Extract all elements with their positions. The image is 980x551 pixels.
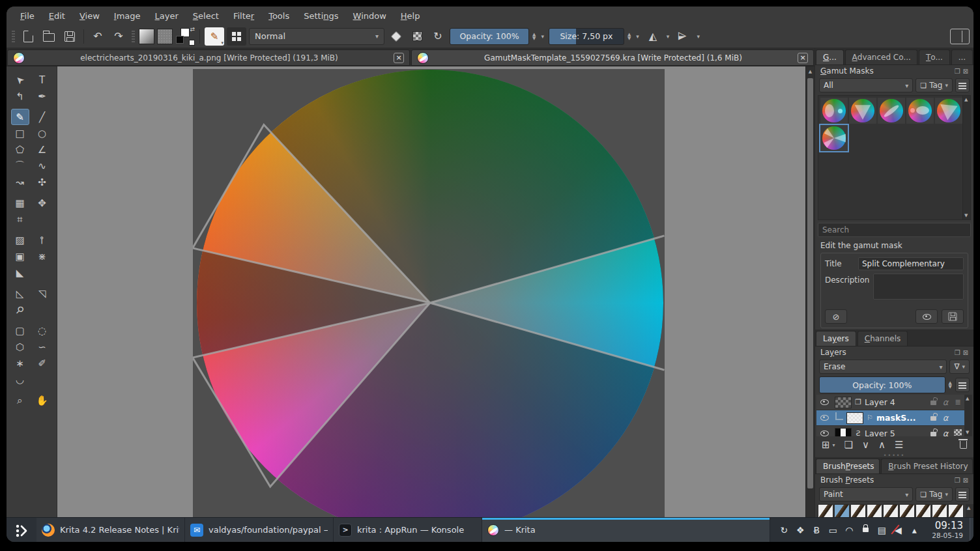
dock-tab-overflow[interactable]: ... [951,49,973,64]
tool-crop[interactable]: ⌗ [11,211,29,227]
menu-image[interactable]: Image [108,8,147,23]
close-docker-icon[interactable]: ⊠ [963,349,968,356]
brush-preset-1[interactable] [818,504,833,517]
search-input[interactable] [818,223,971,237]
brush-preset-6[interactable] [899,504,915,517]
layer-lock-toggle[interactable] [928,397,938,407]
canvas[interactable] [193,69,665,517]
tool-rectangle[interactable]: □ [11,125,29,141]
dock-tab-tool-options[interactable]: To... [919,49,950,64]
redo-button[interactable]: ↷ [109,27,128,46]
mask-title-input[interactable] [858,257,964,270]
inherit-alpha-toggle[interactable] [953,429,963,436]
toolbar-grip[interactable] [132,29,135,44]
reset-colors-swatch[interactable] [189,40,195,46]
mask-description-input[interactable] [873,274,964,300]
tool-smart-patch[interactable]: ▣ [11,248,29,264]
menu-settings[interactable]: Settings [298,8,344,23]
pattern-chooser[interactable] [157,29,173,44]
brush-display-mode-button[interactable] [955,487,970,502]
update-icon[interactable]: ↻ [779,525,788,535]
float-docker-icon[interactable]: ❐ [955,477,960,484]
preview-mask-button[interactable] [915,309,938,324]
tool-transform-select[interactable]: ➤ [11,72,29,88]
open-document-button[interactable] [40,27,58,46]
gamut-tag-button[interactable]: ❏ Tag [915,78,953,92]
swap-colors-icon[interactable]: ⇄ [190,26,195,33]
cancel-edit-button[interactable]: ⊘ [825,309,847,324]
tool-gradient[interactable]: ▨ [11,232,29,248]
app-launcher-button[interactable] [7,518,36,542]
layer-visibility-toggle[interactable] [818,429,831,437]
dock-tab-gamut-masks[interactable]: G... [816,49,844,64]
tool-color-sampler[interactable]: ⊸ [33,232,51,248]
tool-magnetic-select[interactable]: ◡ [11,371,29,388]
tool-colorize-mask[interactable]: ⋇ [33,248,51,264]
tool-bezier-select[interactable]: ✐ [33,355,51,371]
tool-transform[interactable]: ▦ [11,195,29,211]
tool-multibrush[interactable]: ✣ [33,174,51,190]
new-document-button[interactable] [19,27,37,46]
opacity-spinner[interactable]: ▲▼ [532,33,536,40]
save-mask-button[interactable] [942,309,964,324]
close-tab-button[interactable]: × [394,53,404,63]
clipboard-icon[interactable]: ▤ [877,525,886,535]
tool-freehand-brush[interactable]: ✎ [11,109,29,125]
brush-preset-7[interactable] [915,504,931,517]
move-layer-down-button[interactable]: ∨ [862,439,869,451]
brush-preset-chooser-button[interactable] [227,27,246,46]
fg-bg-color-widget[interactable]: ⇄ [175,27,195,46]
tool-polygon-select[interactable]: ⬡ [11,339,29,355]
mirror-horizontal-button[interactable]: ◭ [644,27,662,46]
close-docker-icon[interactable]: ⊠ [963,68,968,75]
brush-preset-scrollbar[interactable] [966,504,973,517]
tool-bezier-curve[interactable]: ⌒ [11,158,29,174]
background-color-swatch[interactable] [176,36,184,44]
undo-button[interactable]: ↶ [89,27,107,46]
brush-size-slider[interactable]: Size: 7,50 px [549,28,624,45]
show-desktop-button[interactable] [970,518,973,542]
layer-row-layer5[interactable]: Ƨ Layer 5 α [816,426,964,436]
size-spinner[interactable]: ▲▼ [627,33,631,40]
bluetooth-icon[interactable]: Ƀ [812,525,821,535]
menu-select[interactable]: Select [187,8,225,23]
tool-move[interactable]: ✥ [33,195,51,211]
blending-mode-combo[interactable]: Normal [249,28,384,45]
save-document-button[interactable] [61,27,79,46]
brush-editor-button[interactable]: ✎▾ [205,27,224,46]
tab-electrichearts[interactable]: electrichearts_20190316_kiki_a.png [Writ… [7,49,410,66]
network-icon[interactable]: ◠ [844,525,854,535]
to­olbar-grip[interactable] [12,29,15,44]
menu-file[interactable]: File [14,8,40,23]
battery-icon[interactable]: ▭ [828,525,837,535]
task-konsole[interactable]: krita : AppRun — Konsole [334,518,482,542]
tool-line[interactable]: ╱ [33,109,51,125]
layer-filter-button[interactable]: ∇ [949,360,970,374]
brush-preset-4[interactable] [867,504,882,517]
add-layer-dropdown[interactable]: ▾ [833,442,835,448]
brush-tag-button[interactable]: ❏ Tag [915,487,953,502]
duplicate-layer-button[interactable]: ❏ [844,439,853,451]
tool-ellipse[interactable]: ○ [33,125,51,141]
layer-blending-mode-combo[interactable]: Erase [819,360,947,374]
gamut-filter-combo[interactable]: All [819,78,913,92]
brush-preset-3[interactable] [850,504,866,517]
menu-help[interactable]: Help [395,8,426,23]
layer-row-layer4[interactable]: ❐ Layer 4 α ≣ [816,395,964,410]
float-docker-icon[interactable]: ❐ [955,68,960,75]
close-docker-icon[interactable]: ⊠ [963,477,968,484]
clock[interactable]: 09:13 28-05-19 [925,518,970,542]
delete-layer-button[interactable] [960,439,967,451]
layer-properties-button[interactable]: ☰ [895,439,903,451]
size-dropdown[interactable]: ▾ [634,33,641,40]
gamut-list-scrollbar[interactable] [962,96,970,219]
dock-tab-advanced-color[interactable]: Advanced Co... [845,49,917,64]
canvas-viewport[interactable] [57,66,814,517]
dock-tab-brush-presets[interactable]: Brush Presets [816,459,880,473]
tool-edit-shapes[interactable]: ↰ [11,88,29,104]
display-mode-button[interactable] [955,78,970,92]
mirror-horizontal-dropdown[interactable]: ▾ [665,33,672,40]
menu-window[interactable]: Window [347,8,392,23]
tool-polygon[interactable]: ⬠ [11,141,29,158]
tool-dynamic-brush[interactable]: ↝ [11,174,29,190]
